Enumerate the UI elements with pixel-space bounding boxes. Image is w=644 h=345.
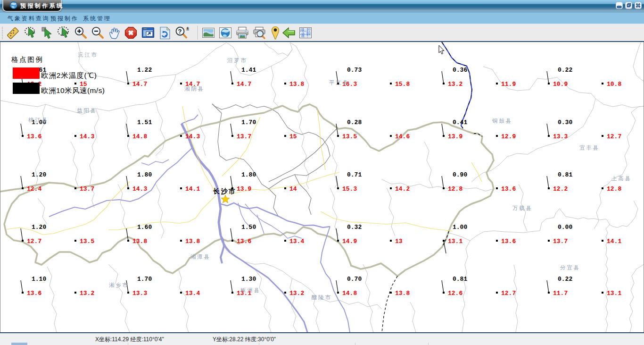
svg-text:13.2: 13.2 — [448, 81, 462, 88]
svg-text:1.30: 1.30 — [241, 276, 256, 283]
svg-text:11.9: 11.9 — [501, 81, 516, 88]
svg-text:12.8: 12.8 — [607, 185, 621, 193]
svg-text:12.7: 12.7 — [501, 290, 516, 297]
svg-text:1.70: 1.70 — [137, 276, 152, 283]
svg-text:13.7: 13.7 — [80, 185, 94, 193]
svg-text:14.8: 14.8 — [342, 290, 357, 297]
svg-text:0.30: 0.30 — [558, 119, 572, 126]
svg-text:0.81: 0.81 — [558, 171, 572, 178]
svg-text:14.1: 14.1 — [607, 238, 621, 245]
svg-text:桃江县: 桃江县 — [28, 117, 47, 123]
svg-text:湘潭县: 湘潭县 — [190, 254, 209, 260]
svg-text:14.7: 14.7 — [237, 81, 251, 88]
svg-text:0.81: 0.81 — [453, 276, 467, 283]
svg-text:0.71: 0.71 — [347, 171, 362, 178]
svg-text:13.6: 13.6 — [27, 290, 41, 297]
svg-text:13.9: 13.9 — [237, 185, 251, 193]
svg-text:株洲县: 株洲县 — [240, 287, 259, 293]
svg-text:13.8: 13.8 — [185, 238, 200, 245]
svg-text:1.51: 1.51 — [137, 119, 152, 126]
svg-text:0.41: 0.41 — [453, 119, 467, 126]
svg-text:14.8: 14.8 — [132, 133, 147, 140]
svg-text:15: 15 — [289, 133, 297, 140]
svg-text:益阳县: 益阳县 — [77, 108, 96, 113]
svg-text:1.70: 1.70 — [241, 119, 256, 126]
svg-text:13.6: 13.6 — [237, 238, 251, 245]
svg-text:14.3: 14.3 — [185, 133, 200, 140]
svg-text:12.7: 12.7 — [27, 238, 41, 245]
svg-text:宜丰县: 宜丰县 — [579, 144, 598, 151]
svg-text:13.3: 13.3 — [132, 290, 147, 297]
svg-text:1.50: 1.50 — [241, 224, 256, 231]
svg-text:13.8: 13.8 — [395, 290, 410, 297]
svg-text:0.70: 0.70 — [347, 276, 362, 283]
svg-text:13.1: 13.1 — [607, 290, 621, 297]
svg-text:欧洲10米风速(m/s): 欧洲10米风速(m/s) — [41, 86, 105, 94]
svg-text:13.6: 13.6 — [501, 238, 516, 245]
svg-text:?: ? — [178, 28, 182, 35]
svg-text:12.8: 12.8 — [448, 185, 462, 193]
svg-text:12.7: 12.7 — [607, 133, 621, 140]
svg-text:铜鼓县: 铜鼓县 — [492, 118, 511, 124]
svg-text:0.22: 0.22 — [558, 67, 572, 74]
svg-text:10.8: 10.8 — [607, 81, 621, 88]
svg-text:14.9: 14.9 — [342, 238, 357, 245]
svg-text:12.6: 12.6 — [448, 290, 462, 297]
svg-text:14.2: 14.2 — [395, 185, 410, 193]
svg-text:0.90: 0.90 — [453, 171, 467, 178]
svg-text:13.6: 13.6 — [27, 133, 41, 140]
svg-text:14.6: 14.6 — [395, 133, 410, 140]
svg-text:长沙市: 长沙市 — [213, 187, 235, 195]
svg-text:0.28: 0.28 — [347, 119, 362, 126]
svg-text:13.4: 13.4 — [289, 238, 304, 245]
svg-text:13.7: 13.7 — [553, 238, 568, 245]
svg-text:11.7: 11.7 — [553, 290, 568, 297]
svg-text:13.1: 13.1 — [448, 238, 462, 245]
svg-text:0.36: 0.36 — [453, 67, 467, 74]
svg-text:14.1: 14.1 — [185, 185, 200, 193]
svg-text:12.2: 12.2 — [553, 185, 568, 193]
svg-text:1.20: 1.20 — [32, 224, 46, 231]
svg-text:15.8: 15.8 — [395, 81, 410, 88]
svg-text:湘阴县: 湘阴县 — [184, 86, 203, 92]
svg-text:1.80: 1.80 — [241, 171, 256, 178]
svg-text:0.32: 0.32 — [347, 224, 362, 231]
svg-text:13.5: 13.5 — [342, 133, 357, 140]
svg-text:15.3: 15.3 — [342, 185, 357, 193]
svg-text:10.9: 10.9 — [553, 81, 568, 88]
svg-text:14.7: 14.7 — [132, 81, 147, 88]
svg-text:欧洲2米温度(℃): 欧洲2米温度(℃) — [41, 71, 97, 79]
svg-text:13.9: 13.9 — [448, 133, 462, 140]
svg-text:13.4: 13.4 — [185, 290, 200, 297]
svg-text:0.22: 0.22 — [558, 276, 572, 283]
svg-text:12.9: 12.9 — [501, 133, 516, 140]
svg-text:1.60: 1.60 — [137, 224, 152, 231]
svg-text:0.73: 0.73 — [347, 67, 362, 74]
svg-text:万载县: 万载县 — [512, 205, 531, 211]
svg-text:14.3: 14.3 — [80, 133, 94, 140]
svg-text:13.6: 13.6 — [501, 185, 516, 193]
svg-text:13.2: 13.2 — [289, 290, 304, 297]
svg-text:沅江市: 沅江市 — [78, 52, 97, 58]
svg-text:平江县: 平江县 — [329, 80, 348, 85]
svg-text:醴陵市: 醴陵市 — [312, 295, 331, 300]
svg-text:格点图例: 格点图例 — [11, 56, 42, 63]
svg-text:±: ± — [186, 26, 189, 31]
svg-text:14.3: 14.3 — [132, 185, 147, 193]
svg-text:汨罗市: 汨罗市 — [227, 58, 247, 63]
svg-text:1.22: 1.22 — [137, 67, 152, 74]
svg-text:分宜县: 分宜县 — [560, 264, 579, 270]
svg-text:12.4: 12.4 — [27, 185, 41, 193]
svg-text:13.2: 13.2 — [80, 290, 94, 297]
svg-text:13.8: 13.8 — [289, 81, 304, 88]
svg-text:13.5: 13.5 — [80, 238, 94, 245]
svg-text:1.20: 1.20 — [32, 171, 46, 178]
svg-text:1.10: 1.10 — [32, 276, 46, 283]
svg-text:13.3: 13.3 — [553, 133, 568, 140]
svg-text:1.41: 1.41 — [241, 67, 256, 74]
svg-text:1.80: 1.80 — [137, 171, 152, 178]
svg-text:13: 13 — [395, 238, 403, 245]
svg-text:13.7: 13.7 — [237, 133, 251, 140]
svg-text:0.00: 0.00 — [558, 224, 572, 231]
svg-text:13.8: 13.8 — [132, 238, 147, 245]
